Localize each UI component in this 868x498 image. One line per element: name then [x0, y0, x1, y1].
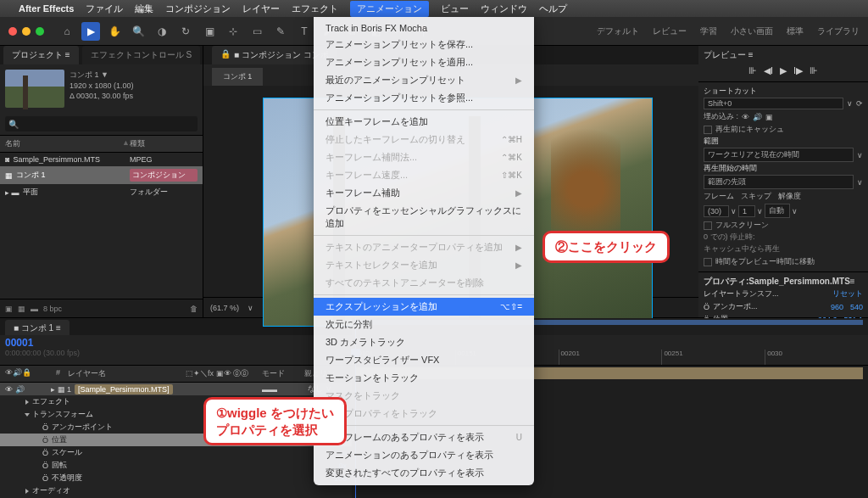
menu-file[interactable]: ファイル: [86, 3, 123, 15]
skip-select[interactable]: 1: [738, 205, 755, 217]
zoom-tool-icon[interactable]: 🔍: [129, 22, 147, 41]
new-bin-icon[interactable]: ▣: [5, 305, 13, 313]
fullscreen-checkbox[interactable]: [704, 221, 712, 230]
bpc-toggle[interactable]: 8 bpc: [43, 305, 62, 313]
menu-layer[interactable]: レイヤー: [242, 3, 280, 15]
movetime-checkbox[interactable]: [704, 258, 712, 266]
selection-tool-icon[interactable]: ▶: [81, 22, 100, 41]
timeline-layer-1[interactable]: 👁 🔊 ▸ ▦ 1 [Sample_Persimmon.MTS] ▬▬ なし ∨: [0, 383, 352, 395]
resolution-select[interactable]: 自動: [765, 204, 790, 218]
menu-item[interactable]: プロパティをエッセンシャルグラフィックスに追加: [314, 202, 534, 232]
menu-item[interactable]: 位置キーフレームを追加: [314, 113, 534, 131]
menu-edit[interactable]: 編集: [135, 3, 153, 15]
project-item-solids[interactable]: ▸ ▬平面 フォルダー: [0, 184, 203, 200]
next-frame-icon[interactable]: I▶: [793, 65, 803, 76]
zoom-icon[interactable]: [36, 27, 44, 36]
app-name[interactable]: After Effects: [19, 3, 74, 14]
minimize-icon[interactable]: [22, 27, 31, 36]
menu-view[interactable]: ビュー: [441, 3, 469, 15]
cache-checkbox[interactable]: [704, 126, 712, 134]
timeline-tab[interactable]: ■ コンポ 1 ≡: [5, 320, 70, 335]
menu-item[interactable]: Track in Boris FX Mocha: [314, 20, 534, 36]
camera-tool-icon[interactable]: ▣: [200, 22, 219, 41]
project-panel: プロジェクト ≡ エフェクトコントロール S コンポ 1 ▼ 1920 x 10…: [0, 46, 203, 317]
shortcut-select[interactable]: Shift+0: [704, 98, 843, 109]
play-icon[interactable]: ▶: [780, 65, 787, 76]
trash-icon[interactable]: 🗑: [190, 305, 198, 313]
anchor-y[interactable]: 540: [850, 303, 863, 311]
menu-item[interactable]: 3D カメラトラック: [314, 333, 534, 351]
prop-scale[interactable]: Ö スケール∞: [0, 446, 352, 459]
prop-opacity[interactable]: Ö 不透明度100: [0, 472, 352, 484]
range-select[interactable]: ワークエリアと現在の時間: [704, 148, 854, 162]
workspace-library[interactable]: ライブラリ: [817, 25, 860, 37]
workspace-small[interactable]: 小さい画面: [731, 25, 773, 37]
menu-item[interactable]: アニメーションプリセットを参照...: [314, 89, 534, 107]
project-search-input[interactable]: 🔍: [5, 116, 198, 131]
playfrom-label: 再生開始の時間: [704, 163, 863, 174]
menu-item[interactable]: 変更されたすべてのプロパティを表示: [314, 464, 534, 482]
text-tool-icon[interactable]: T: [295, 22, 314, 41]
first-frame-icon[interactable]: ⊪: [748, 65, 757, 76]
lock-icon[interactable]: 🔒: [220, 49, 231, 61]
frame-rate-select[interactable]: (30): [704, 205, 729, 217]
menu-item[interactable]: アニメーションのあるプロパティを表示: [314, 446, 534, 464]
menu-item: キーフレーム速度...⇧⌘K: [314, 166, 534, 184]
workspace-standard[interactable]: 標準: [787, 25, 804, 37]
close-icon[interactable]: [8, 27, 17, 36]
zoom-level[interactable]: (61.7 %): [210, 304, 239, 312]
project-item-comp[interactable]: ▦コンポ 1 コンポジション: [0, 166, 203, 184]
menu-item[interactable]: エクスプレッションを追加⌥⇧=: [314, 298, 534, 316]
comp-name[interactable]: コンポ 1 ▼: [70, 70, 134, 81]
workspace-default[interactable]: デフォルト: [597, 25, 639, 37]
overlay-icon[interactable]: ▣: [765, 113, 773, 121]
menu-item[interactable]: モーションをトラック: [314, 369, 534, 387]
menu-item[interactable]: 最近のアニメーションプリセット▶: [314, 71, 534, 89]
loop-icon[interactable]: ⟳: [856, 99, 863, 108]
workspace-review[interactable]: レビュー: [653, 25, 687, 37]
audio-group[interactable]: オーディオ: [0, 484, 352, 497]
orbit-tool-icon[interactable]: ◑: [153, 22, 171, 41]
menu-item[interactable]: アニメーションプリセットを適用...: [314, 53, 534, 71]
pen-tool-icon[interactable]: ✎: [271, 22, 290, 41]
hand-tool-icon[interactable]: ✋: [105, 22, 124, 41]
preview-panel-title: プレビュー ≡: [704, 49, 863, 61]
viewer-breadcrumb[interactable]: コンポ 1: [212, 68, 263, 86]
menu-animation[interactable]: アニメーション: [350, 1, 429, 17]
anchor-tool-icon[interactable]: ⊹: [224, 22, 242, 41]
prev-frame-icon[interactable]: ◀I: [764, 65, 773, 76]
menu-window[interactable]: ウィンドウ: [481, 3, 527, 15]
menu-composition[interactable]: コンポジション: [165, 3, 231, 15]
current-timecode[interactable]: 00001: [5, 337, 33, 349]
menu-item[interactable]: キーフレームのあるプロパティを表示U: [314, 428, 534, 446]
stopwatch-icon[interactable]: Ö: [704, 303, 709, 311]
shape-tool-icon[interactable]: ▭: [248, 22, 266, 41]
last-frame-icon[interactable]: ⊪: [810, 65, 818, 76]
video-icon[interactable]: 👁: [742, 113, 749, 121]
menu-help[interactable]: ヘルプ: [539, 3, 567, 15]
new-folder-icon[interactable]: ▬: [31, 305, 38, 313]
rotate-tool-icon[interactable]: ↻: [176, 22, 195, 41]
new-comp-icon[interactable]: ▦: [18, 305, 25, 313]
col-name[interactable]: 名前: [5, 138, 122, 149]
project-tab[interactable]: プロジェクト ≡: [3, 46, 79, 64]
menu-item[interactable]: 次元に分割: [314, 316, 534, 333]
menu-item[interactable]: キーフレーム補助▶: [314, 184, 534, 202]
menu-item[interactable]: ワープスタビライザー VFX: [314, 351, 534, 369]
anchor-x[interactable]: 960: [827, 303, 847, 311]
blend-mode-select[interactable]: ▬▬: [262, 385, 304, 394]
project-item-footage[interactable]: ◙Sample_Persimmon.MTS MPEG: [0, 153, 203, 166]
effect-controls-tab[interactable]: エフェクトコントロール S: [82, 46, 200, 64]
annotation-2: ②ここをクリック: [542, 231, 670, 263]
prop-rotation[interactable]: Ö 回転0x: [0, 459, 352, 472]
col-layername[interactable]: レイヤー名: [68, 368, 186, 379]
menu-item: テキストセレクターを追加▶: [314, 256, 534, 274]
audio-icon[interactable]: 🔊: [753, 113, 762, 121]
menu-effect[interactable]: エフェクト: [292, 3, 338, 15]
reset-button[interactable]: リセット: [832, 288, 863, 299]
workspace-learn[interactable]: 学習: [700, 25, 717, 37]
col-type[interactable]: 種類: [130, 138, 198, 149]
playfrom-select[interactable]: 範囲の先頭: [704, 175, 854, 189]
home-icon[interactable]: ⌂: [58, 22, 76, 41]
menu-item[interactable]: アニメーションプリセットを保存...: [314, 36, 534, 53]
